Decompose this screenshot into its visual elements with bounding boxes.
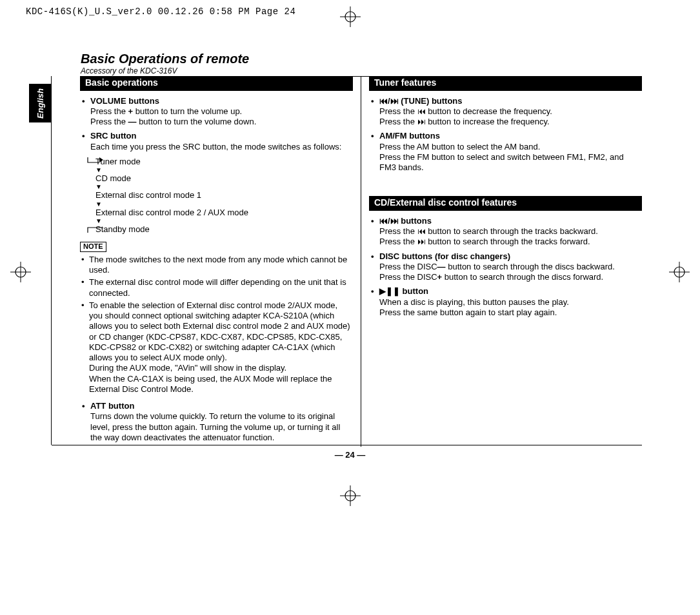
item-body: When a disc is playing, this button paus… [379, 297, 642, 318]
mode-line: External disc control mode 1 [95, 190, 353, 201]
basic-operations-bar: Basic operations [80, 76, 353, 91]
item-body: Press the DISC— button to search through… [379, 262, 642, 283]
registration-mark-right-icon [669, 262, 690, 282]
item-title: SRC button [90, 131, 136, 141]
registration-mark-left-icon [10, 262, 31, 282]
page-title: Basic Operations of remote [81, 52, 642, 66]
mode-line: Standby mode [95, 224, 353, 235]
down-arrow-icon: ▼ [95, 202, 353, 207]
mode-line: External disc control mode 2 / AUX mode [95, 207, 353, 219]
footer-rule [52, 445, 642, 445]
note-list: The mode switches to the next mode from … [80, 255, 353, 395]
prev-next-track-icon: ⏮/⏭ buttons [379, 216, 432, 226]
item-title: ⏮/⏭ (TUNE) buttons [379, 96, 463, 106]
minus-icon: — [128, 117, 137, 126]
item-body: Press the ⏮ button to decrease the frequ… [379, 106, 642, 128]
prev-track-icon: ⏮ [417, 106, 426, 116]
item-disc-buttons: DISC buttons (for disc changers) Press t… [369, 251, 642, 283]
item-track-buttons: ⏮/⏭ buttons Press the ⏮ button to search… [369, 216, 642, 248]
item-src-button: SRC button Each time you press the SRC b… [80, 131, 353, 152]
down-arrow-icon: ▼ [95, 219, 353, 224]
item-volume-buttons: VOLUME buttons Press the + button to tur… [80, 96, 353, 128]
cycle-bottom-arrow-icon [86, 226, 103, 234]
content-columns: Basic operations VOLUME buttons Press th… [80, 76, 642, 447]
item-body: Press the + button to turn the volume up… [90, 106, 353, 128]
down-arrow-icon: ▼ [95, 168, 353, 173]
item-tune-buttons: ⏮/⏭ (TUNE) buttons Press the ⏮ button to… [369, 96, 642, 128]
item-title: ▶❚❚ button [379, 286, 428, 296]
item-play-pause-button: ▶❚❚ button When a disc is playing, this … [369, 286, 642, 318]
item-title: VOLUME buttons [90, 96, 159, 106]
note-label: NOTE [80, 242, 106, 252]
next-track-icon: ⏭ [417, 117, 426, 126]
play-pause-icon: ▶❚❚ button [379, 286, 428, 296]
registration-mark-top-icon [340, 6, 361, 27]
item-att-button: ATT button Turns down the volume quickly… [80, 401, 353, 443]
item-title: ⏮/⏭ buttons [379, 216, 432, 226]
cycle-top-arrow-icon [86, 156, 103, 164]
plus-icon: + [128, 106, 134, 116]
item-title: AM/FM buttons [379, 131, 440, 141]
item-body: Each time you press the SRC button, the … [90, 142, 353, 152]
language-tab: English [29, 84, 51, 122]
item-body: Turns down the volume quickly. To return… [90, 411, 353, 443]
page-number: — 24 — [0, 450, 700, 460]
cd-features-bar: CD/External disc control features [369, 196, 642, 211]
down-arrow-icon: ▼ [95, 184, 353, 190]
note-item: The external disc control mode will diff… [89, 277, 353, 298]
item-amfm-buttons: AM/FM buttons Press the AM button to sel… [369, 131, 642, 173]
right-column: Tuner features ⏮/⏭ (TUNE) buttons Press … [361, 76, 642, 447]
minus-icon: — [437, 262, 446, 271]
page-title-block: Basic Operations of remote Accessory of … [81, 52, 642, 77]
mode-cycle-diagram: Tuner mode ▼ CD mode ▼ External disc con… [86, 156, 353, 235]
mode-line: CD mode [95, 173, 353, 184]
left-margin-rule [51, 76, 52, 445]
prev-next-track-icon: ⏮/⏭ (TUNE) buttons [379, 96, 463, 106]
note-item: To enable the selection of External disc… [89, 300, 353, 395]
item-title: ATT button [90, 401, 134, 411]
registration-mark-bottom-icon [340, 485, 361, 506]
item-body: Press the AM button to select the AM ban… [379, 142, 642, 173]
note-item: The mode switches to the next mode from … [89, 255, 353, 276]
prev-track-icon: ⏮ [417, 226, 426, 236]
left-column: Basic operations VOLUME buttons Press th… [80, 76, 361, 447]
item-title: DISC buttons (for disc changers) [379, 251, 510, 261]
tuner-features-bar: Tuner features [369, 76, 642, 91]
column-spacer [369, 177, 642, 196]
mode-line: Tuner mode [95, 156, 353, 168]
page-subtitle: Accessory of the KDC-316V [81, 66, 642, 77]
language-tab-label: English [35, 88, 45, 119]
next-track-icon: ⏭ [417, 237, 426, 246]
source-line-text: KDC-416S(K)_U.S_ver2.0 00.12.26 0:58 PM … [26, 6, 295, 17]
item-body: Press the ⏮ button to search through the… [379, 226, 642, 248]
document-source-line: KDC-416S(K)_U.S_ver2.0 00.12.26 0:58 PM … [26, 6, 295, 17]
